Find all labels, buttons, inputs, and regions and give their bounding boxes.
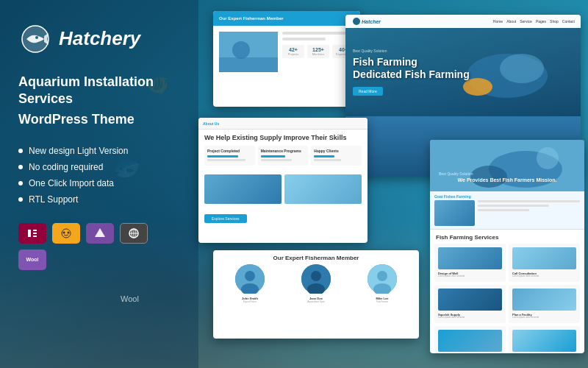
svg-rect-2 <box>28 230 31 237</box>
bottom-team: John Smith Expert Fisher Jane Doe Aquacu… <box>213 264 419 303</box>
mid-bar-1b <box>207 159 245 161</box>
feature-item-4: RTL Support <box>18 194 180 205</box>
mid-item-3: Happy Clients <box>311 146 362 166</box>
stats-row: 42+ Projects 125+ Members 40+ Experience <box>282 45 354 58</box>
screenshot-right: Best Quality Solution We Provides Best F… <box>430 140 584 353</box>
svg-text:Hatchery: Hatchery <box>362 19 381 25</box>
hero-title: Fish Farming Dedicated Fish Farming <box>353 56 573 81</box>
main-nav-links: Home About Service Pages Shop Contact <box>493 19 575 24</box>
mailchimp-badge <box>52 223 80 244</box>
right-services-title: Fish Farming Services <box>430 230 584 244</box>
fish-logo-icon <box>18 22 51 55</box>
mid-bar-3 <box>314 155 334 158</box>
svg-point-35 <box>377 271 387 281</box>
svg-rect-5 <box>33 236 37 237</box>
svg-point-6 <box>62 229 71 238</box>
team-member-1: John Smith Expert Fisher <box>219 264 281 303</box>
top-bar: Our Expert Fisherman Member <box>213 11 360 26</box>
hero-title-line1: Fish Farming <box>353 56 573 68</box>
svg-point-7 <box>63 231 65 233</box>
right-header-title: We Provides Best Fish Farmers Mission. <box>439 177 576 183</box>
hero-tag: Best Quality Solution <box>353 49 573 53</box>
mid-bar-2 <box>261 155 285 158</box>
team-role-3: Fish Farmer <box>351 300 413 303</box>
mid-item-label-2: Maintenance Programs <box>261 149 306 153</box>
svg-point-1 <box>35 36 38 39</box>
team-photo-1 <box>235 264 265 294</box>
brand-name: Hatchery <box>59 27 140 50</box>
top-image <box>219 32 278 72</box>
mid-tag: About Us <box>203 121 219 126</box>
feature-item-1: New design Light Version <box>18 146 180 156</box>
nav-home[interactable]: Home <box>493 19 503 24</box>
svg-rect-16 <box>219 57 278 72</box>
nav-pages[interactable]: Pages <box>536 19 546 24</box>
text-line-2 <box>282 38 326 40</box>
team-member-2: Jane Doe Aquaculture Spec <box>285 264 347 303</box>
feature-item-2: No coding required <box>18 162 180 172</box>
right-tag: Best Quality Solution <box>439 171 576 176</box>
right-sub-tag: Goat Fishes Farming <box>434 194 580 199</box>
nav-contact[interactable]: Contact <box>562 19 575 24</box>
main-container: 🐟 🐠 Hatchery Aquarium Installation Servi… <box>0 0 588 368</box>
bullet-3 <box>18 181 23 185</box>
bullet-1 <box>18 149 23 153</box>
feature-text-3: One Click Import data <box>29 178 114 188</box>
svg-point-8 <box>68 231 70 233</box>
team-member-3: Mike Lee Fish Farmer <box>351 264 413 303</box>
service-desc-1: Lorem ipsum dolor sit amet <box>438 275 502 278</box>
service-card-6: Aquatic Plant Lorem ipsum dolor sit amet <box>509 326 580 353</box>
mid-content: Project Completed Maintenance Programs H… <box>198 146 368 171</box>
feature-text-1: New design Light Version <box>29 146 128 156</box>
svg-rect-3 <box>33 230 37 231</box>
mid-bar-3b <box>314 159 340 161</box>
svg-point-15 <box>232 41 250 59</box>
team-role-1: Expert Fisher <box>219 300 281 303</box>
service-img-3 <box>438 289 502 311</box>
hero-title-line2: Dedicated Fish Farming <box>353 68 573 81</box>
form-badge <box>86 223 114 244</box>
nav-service[interactable]: Service <box>520 19 532 24</box>
stat-label-2: Members <box>309 52 327 56</box>
tagline-line1: Aquarium Installation Services <box>18 74 180 108</box>
service-img-6 <box>512 330 576 352</box>
service-card-4: Plan a Facility Lorem ipsum dolor sit am… <box>509 285 580 323</box>
plugin-icons-row: Wool <box>18 223 180 270</box>
svg-rect-4 <box>33 233 37 234</box>
svg-marker-9 <box>95 228 105 237</box>
stat-box-2: 125+ Members <box>307 45 329 58</box>
team-photo-3 <box>368 264 397 294</box>
right-header: Best Quality Solution We Provides Best F… <box>430 140 584 191</box>
mid-title: We Help Existing Supply Improve Their Sk… <box>198 130 368 146</box>
bullet-4 <box>18 197 23 202</box>
service-img-4 <box>512 289 576 311</box>
stat-label-1: Projects <box>284 52 302 56</box>
mid-header: About Us <box>198 118 368 130</box>
service-card-1: Design of Well Lorem ipsum dolor sit ame… <box>434 244 506 282</box>
stat-num-1: 42+ <box>284 47 302 52</box>
nav-shop[interactable]: Shop <box>550 19 559 24</box>
screenshots-area: Our Expert Fisherman Member 42+ <box>191 7 588 368</box>
stat-num-2: 125+ <box>309 47 327 52</box>
text-line-1 <box>282 32 354 35</box>
wool-text: Wool <box>121 294 139 303</box>
feature-item-3: One Click Import data <box>18 178 180 188</box>
left-panel: Hatchery Aquarium Installation Services … <box>0 0 198 368</box>
screenshot-mid: About Us We Help Existing Supply Improve… <box>198 118 368 243</box>
hero-cta-button[interactable]: Read More <box>353 87 383 96</box>
woo-badge: Wool <box>18 250 46 270</box>
top-text-area: 42+ Projects 125+ Members 40+ Experience <box>282 32 354 72</box>
svg-point-17 <box>353 18 360 25</box>
mid-bar-1 <box>207 155 238 158</box>
screenshot-top: Our Expert Fisherman Member 42+ <box>213 11 360 107</box>
elementor-badge <box>18 223 46 244</box>
wpml-badge <box>120 223 148 244</box>
feature-text-4: RTL Support <box>29 194 78 205</box>
team-role-2: Aquaculture Spec <box>285 300 347 303</box>
logo-area: Hatchery <box>18 22 180 55</box>
service-img-1 <box>438 247 502 269</box>
mid-cta-button[interactable]: Explore Services <box>204 214 247 223</box>
svg-point-32 <box>311 271 321 281</box>
nav-about[interactable]: About <box>506 19 516 24</box>
top-content: 42+ Projects 125+ Members 40+ Experience <box>213 26 360 78</box>
